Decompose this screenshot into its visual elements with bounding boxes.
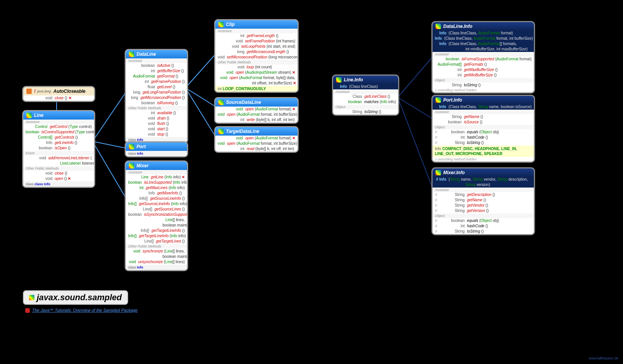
title-autocloseable: ! java.lang. AutoCloseable	[23, 87, 94, 95]
section-label: Accessor	[433, 188, 534, 192]
method-row: voidsetMicrosecondPosition (long microse…	[215, 55, 298, 60]
method-row: voidflush ()	[126, 121, 187, 126]
method-row: floatgetLevel ()	[126, 84, 187, 90]
interface-icon	[26, 89, 32, 94]
interface-icon	[129, 163, 134, 168]
method-row: voidopen (AudioFormat format) ✕	[215, 136, 298, 141]
method-row: StringgetName ()	[433, 114, 534, 120]
method-row: voiddrain ()	[126, 116, 187, 121]
inner-class-link[interactable]: class class Info	[23, 181, 94, 187]
class-mixer: Mixer AccessorLinegetLine (Info info) ✕b…	[125, 160, 188, 271]
method-row: intgetFramePosition ()	[126, 79, 187, 84]
class-clip: Clip AccessorintgetFrameLength ()voidset…	[214, 19, 299, 93]
interface-icon	[218, 100, 224, 105]
method-row: InfogetMixerInfo ()	[126, 191, 187, 196]
interface-icon	[129, 144, 134, 149]
method-row: Info[]getSourceLineInfo ()	[126, 196, 187, 201]
section-label: Other Public Methods	[126, 244, 187, 249]
method-row: Info[]getTargetLineInfo ()	[126, 228, 187, 233]
tutorial-link[interactable]: The Java™ Tutorials: Overview of the Sam…	[25, 308, 138, 313]
section-label: Object	[433, 214, 534, 218]
class-name: DataLine.Info	[443, 24, 472, 29]
inner-class-link[interactable]: class Info	[126, 151, 187, 156]
package-title: javax.sound.sampled The Java™ Tutorials:…	[23, 290, 138, 313]
section-label: Accessor	[215, 29, 298, 33]
class-autocloseable: ! java.lang. AutoCloseable voidclose () …	[22, 86, 95, 102]
constructor-row: int minBufferSize, int maxBufferSize)	[433, 47, 534, 52]
class-port: Port class Info	[125, 141, 188, 157]
method-row: StringtoString ()	[333, 109, 398, 115]
method-row: LinegetLine (Info info) ✕	[126, 175, 187, 180]
svg-line-4	[185, 53, 216, 88]
svg-line-2	[93, 141, 126, 148]
method-row: FinthashCode ()	[433, 135, 534, 140]
method-row: voidstart ()	[126, 126, 187, 132]
section-label: Accessor	[126, 58, 187, 63]
method-row: voidopen (AudioFormat format, int buffer…	[215, 112, 298, 117]
class-name: Clip	[226, 22, 235, 27]
method-row: voidloop (int count)	[215, 65, 298, 70]
method-row: voidopen (AudioFormat format, int buffer…	[215, 141, 298, 146]
inner-class-link[interactable]: class Info	[126, 265, 187, 270]
method-row: intread (byte[] b, int off, int len)	[215, 146, 298, 152]
method-row: FStringtoString ()	[433, 229, 534, 234]
method-row: intgetMaxBufferSize ()	[433, 67, 534, 73]
method-row: voidsetFramePosition (int frames)	[215, 39, 298, 44]
section-label: Accessor	[433, 110, 534, 114]
method-row: AudioFormat[]getFormats ()	[433, 62, 534, 67]
interface-icon	[26, 113, 32, 118]
hidden-note: 1 overriding method hidden	[433, 88, 534, 92]
class-name: Line	[34, 113, 44, 118]
method-row: FStringgetVendor ()	[433, 203, 534, 208]
section-label: Other Public Methods	[23, 166, 94, 171]
method-row: Control[]getControls ()	[23, 135, 94, 140]
constant: int LOOP_CONTINUOUSLY	[215, 86, 298, 92]
method-row: longgetMicrosecondPosition ()	[126, 95, 187, 100]
method-row: StringtoString ()	[433, 83, 534, 88]
section-label: Accessor	[126, 170, 187, 175]
class-name: Mixer	[137, 163, 148, 168]
class-sourcedataline: SourceDataLine voidopen (AudioFormat for…	[214, 97, 299, 124]
method-row: intgetBufferSize ()	[126, 68, 187, 74]
method-row: intavailable ()	[126, 110, 187, 116]
section-label: Event	[23, 151, 94, 155]
method-row: Line[] lines,	[126, 217, 187, 223]
method-row: intgetFrameLength ()	[215, 33, 298, 39]
method-row: Fbooleanequals (Object obj)	[433, 129, 534, 135]
constant: Info COMPACT_DISC, HEADPHONE, LINE_IN, L…	[433, 146, 534, 157]
method-row: Fbooleanequals (Object obj)	[433, 218, 534, 223]
hidden-note: 1 overriding method hidden	[433, 157, 534, 162]
method-row: AudioFormatgetFormat ()	[126, 74, 187, 79]
class-lineinfo: Line.Info Info(Class lineClass) Accessor…	[332, 74, 399, 116]
section-label: Accessor	[333, 89, 398, 94]
method-row: FStringgetVersion ()	[433, 208, 534, 214]
class-datalineinfo: DataLine.Info Info(Class lineClass, Audi…	[431, 21, 535, 94]
method-row: booleanisSynchronizationSupported (	[126, 212, 187, 217]
section-label: Accessor	[433, 52, 534, 57]
svg-line-3	[93, 141, 126, 199]
method-row: voidopen (AudioFormat format, byte[] dat…	[215, 75, 298, 81]
method-row: voidopen (AudioInputStream stream) ✕	[215, 70, 298, 75]
pkg-label: java.lang.	[37, 89, 52, 93]
section-label: Other Public Methods	[126, 106, 187, 110]
interface-icon	[218, 22, 224, 27]
method-row: longgetMicrosecondLength ()	[215, 49, 298, 55]
class-name: Line.Info	[344, 77, 363, 83]
section-label: Accessor	[23, 120, 94, 124]
method-row: intwrite (byte[] b, int off, int len)	[215, 117, 298, 123]
class-icon	[436, 170, 441, 175]
constructor-row: Info(Class lineClass, AudioFormat[] form…	[433, 41, 534, 47]
method-row: Info[]getSourceLineInfo (Info info)	[126, 201, 187, 207]
method-row: boolean maintainSync)	[126, 223, 187, 228]
attribution[interactable]: www.falkhausen.de	[589, 356, 618, 360]
package-name: javax.sound.sampled	[37, 293, 122, 303]
method-row: intgetMaxLines (Info info)	[126, 185, 187, 191]
method-row: ClassgetLineClass ()	[333, 94, 398, 99]
constructor-row: Info(Class lineClass)	[333, 84, 398, 89]
constructor-row: String version)	[433, 182, 534, 188]
method-row: booleanisActive ()	[126, 63, 187, 68]
method-row: voidclose ()	[23, 171, 94, 176]
method-row: int offset, int bufferSize) ✕	[215, 81, 298, 86]
method-row: voidsetLoopPoints (int start, int end)	[215, 44, 298, 49]
constructor-row: Info(Class lineClass, AudioFormat format…	[433, 36, 534, 41]
